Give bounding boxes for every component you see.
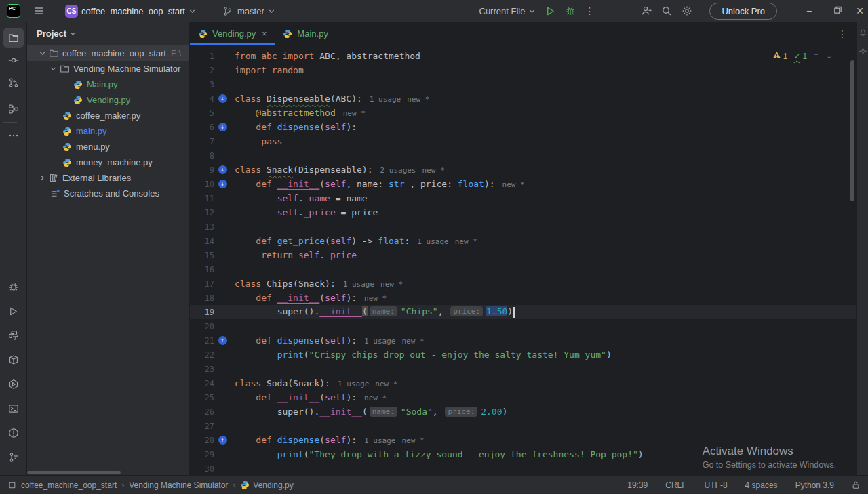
code-line-7[interactable]: 7 pass <box>190 134 856 148</box>
tab-main-py[interactable]: Main.py <box>275 22 336 45</box>
horizontal-scrollbar[interactable] <box>27 471 121 474</box>
chevron-right-icon[interactable] <box>37 174 47 182</box>
vertical-scrollbar[interactable] <box>850 60 854 201</box>
code-line-14[interactable]: 14 def get_price(self) -> float:1 usagen… <box>190 234 856 248</box>
problems-icon[interactable] <box>3 423 24 443</box>
code-line-19[interactable]: 19 super().__init__(name:"Chips", price:… <box>190 305 856 319</box>
run-icon[interactable] <box>3 301 24 321</box>
tree-item-coffee-maker-py[interactable]: coffee_maker.py <box>27 108 189 123</box>
code-text: def dispense(self):1 usagenew * <box>231 435 425 445</box>
tree-item-money-machine-py[interactable]: money_machine.py <box>27 155 189 170</box>
implemented-marker-icon[interactable]: ↓ <box>218 94 227 103</box>
structure-icon[interactable] <box>3 99 24 119</box>
code-text: return self._price <box>231 250 357 260</box>
settings-button[interactable] <box>677 2 697 20</box>
more-icon[interactable] <box>3 125 24 146</box>
breadcrumb-item[interactable]: Vending.py <box>240 480 293 490</box>
code-line-9[interactable]: 9↓class Snack(Dispenseable):2 usagesnew … <box>190 163 856 177</box>
code-line-22[interactable]: 22 print("Crispy chips drop out - enjoy … <box>190 348 856 362</box>
status-bar: coffee_machine_oop_start›Vending Machine… <box>0 475 868 494</box>
code-line-16[interactable]: 16 <box>190 262 856 276</box>
status-item-19-39[interactable]: 19:39 <box>627 480 648 490</box>
tree-item-coffee-machine-oop-start[interactable]: coffee_machine_oop_startF:\ <box>27 45 189 61</box>
code-line-21[interactable]: 21↑ def dispense(self):1 usagenew * <box>190 333 856 348</box>
code-line-1[interactable]: 1from abc import ABC, abstractmethod <box>190 49 856 63</box>
tree-item-menu-py[interactable]: menu.py <box>27 139 189 155</box>
code-line-26[interactable]: 26 super().__init__(name:"Soda", price:2… <box>190 405 856 419</box>
code-line-24[interactable]: 24class Soda(Snack):1 usagenew * <box>190 376 856 390</box>
unlock-pro-button[interactable]: Unlock Pro <box>709 3 777 20</box>
tree-item-vending-py[interactable]: Vending.py <box>27 92 189 108</box>
code-line-12[interactable]: 12 self._price = price <box>190 205 856 220</box>
code-line-8[interactable]: 8 <box>190 148 856 163</box>
lock-icon[interactable] <box>852 480 860 489</box>
ai-assistant-icon[interactable] <box>859 47 867 58</box>
code-with-me-button[interactable] <box>636 2 656 20</box>
chevron-down-icon[interactable] <box>47 65 58 73</box>
tree-item-scratches-and-consoles[interactable]: Scratches and Consoles <box>27 186 189 201</box>
services-icon[interactable] <box>3 374 24 394</box>
project-folder-icon[interactable] <box>3 28 24 48</box>
code-line-4[interactable]: 4↓class Dispenseable(ABC):1 usagenew * <box>190 91 856 106</box>
minimize-button[interactable]: − <box>795 0 823 22</box>
close-icon[interactable]: × <box>262 29 267 39</box>
code-line-2[interactable]: 2import random <box>190 63 856 77</box>
close-button[interactable]: ✕ <box>852 0 868 22</box>
tree-item-main-py[interactable]: Main.py <box>27 77 189 92</box>
project-panel-header[interactable]: Project <box>27 22 189 44</box>
prev-problem-button[interactable]: ⌃ <box>813 52 820 60</box>
commit-icon[interactable] <box>3 50 24 70</box>
restore-button[interactable] <box>823 0 852 22</box>
tree-item-vending-machine-simulator[interactable]: Vending Machine Simulator <box>27 61 189 77</box>
code-line-27[interactable]: 27 <box>190 419 856 433</box>
run-button[interactable] <box>540 2 560 20</box>
status-item-4-spaces[interactable]: 4 spaces <box>745 480 778 490</box>
next-problem-button[interactable]: ⌄ <box>827 52 833 60</box>
more-actions-button[interactable]: ⋮ <box>580 3 598 19</box>
project-widget[interactable]: CS coffee_machine_oop_start <box>61 2 200 20</box>
code-line-3[interactable]: 3 <box>190 77 856 91</box>
code-line-10[interactable]: 10↓ def __init__(self, name: str , price… <box>190 177 856 191</box>
code-line-15[interactable]: 15 return self._price <box>190 248 856 262</box>
run-configuration-selector[interactable]: Current File <box>475 3 540 19</box>
overrides-marker-icon[interactable]: ↑ <box>218 336 227 345</box>
terminal-icon[interactable] <box>3 398 24 419</box>
pull-requests-icon[interactable] <box>3 73 24 93</box>
breadcrumb-item[interactable]: Vending Machine Simulator <box>129 480 228 490</box>
code-line-18[interactable]: 18 def __init__(self):new * <box>190 291 856 305</box>
code-line-6[interactable]: 6↓ def dispense(self): <box>190 120 856 134</box>
tab-options-button[interactable]: ⋮ <box>828 22 856 45</box>
inspection-widget[interactable]: 1 ✓1 ⌃ ⌄ <box>772 51 833 61</box>
notifications-icon[interactable] <box>859 28 867 39</box>
code-editor[interactable]: 1from abc import ABC, abstractmethod2imp… <box>190 45 856 475</box>
branch-widget[interactable]: master <box>218 2 279 20</box>
status-item-python-3-9[interactable]: Python 3.9 <box>795 480 834 490</box>
chevron-down-icon[interactable] <box>37 49 47 57</box>
debug-button[interactable] <box>560 2 580 20</box>
search-everywhere-button[interactable] <box>656 2 677 20</box>
implemented-marker-icon[interactable]: ↓ <box>218 180 227 188</box>
tree-item-main-py[interactable]: main.py <box>27 123 189 139</box>
code-line-11[interactable]: 11 self._name = name <box>190 191 856 205</box>
code-line-25[interactable]: 25 def __init__(self):new * <box>190 390 856 405</box>
debug-icon[interactable] <box>3 276 24 297</box>
python-packages-icon[interactable] <box>3 350 24 370</box>
chevron-down-icon <box>528 7 536 15</box>
status-item-utf-8[interactable]: UTF-8 <box>705 480 728 490</box>
code-line-20[interactable]: 20 <box>190 319 856 333</box>
implemented-marker-icon[interactable]: ↓ <box>218 165 227 174</box>
breadcrumb-item[interactable]: coffee_machine_oop_start <box>21 480 117 490</box>
implemented-marker-icon[interactable]: ↓ <box>218 123 227 131</box>
overrides-marker-icon[interactable]: ↑ <box>218 436 227 445</box>
code-line-17[interactable]: 17class Chips(Snack):1 usagenew * <box>190 276 856 291</box>
code-line-5[interactable]: 5 @abstractmethodnew * <box>190 106 856 120</box>
python-console-icon[interactable] <box>3 325 24 346</box>
tree-item-external-libraries[interactable]: External Libraries <box>27 170 189 186</box>
code-line-13[interactable]: 13 <box>190 220 856 234</box>
tab-vending-py[interactable]: Vending.py× <box>190 22 275 45</box>
version-control-icon[interactable] <box>3 447 24 468</box>
main-menu-button[interactable] <box>28 2 49 20</box>
code-text: def __init__(self):new * <box>231 392 387 403</box>
code-line-23[interactable]: 23 <box>190 362 856 376</box>
status-item-crlf[interactable]: CRLF <box>665 480 686 490</box>
